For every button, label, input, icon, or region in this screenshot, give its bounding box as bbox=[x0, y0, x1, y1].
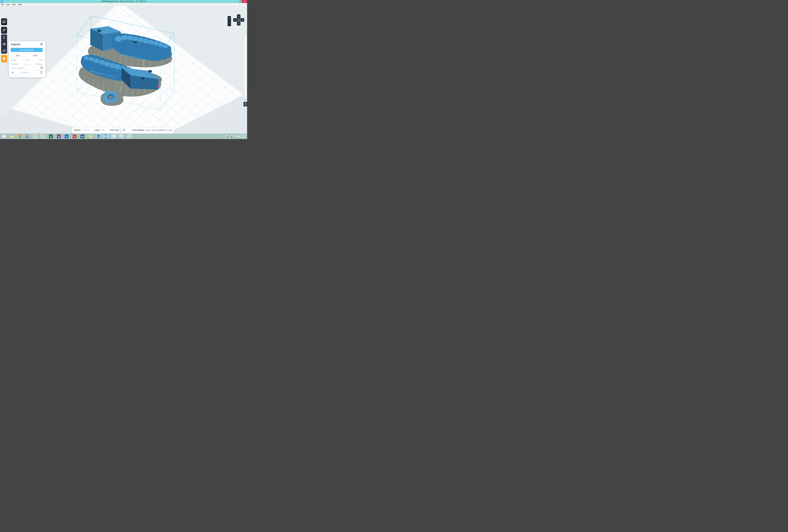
view-orbit-button[interactable] bbox=[237, 18, 240, 22]
tool-supports-button[interactable] bbox=[1, 41, 7, 47]
tool-one-click-print-button[interactable] bbox=[1, 27, 7, 34]
network-icon bbox=[234, 135, 237, 138]
menu-file[interactable]: File bbox=[0, 3, 5, 6]
edit-supports-button[interactable]: Edit... bbox=[11, 54, 26, 57]
fixture-hole bbox=[141, 77, 144, 80]
menu-edit[interactable]: Edit bbox=[5, 3, 11, 6]
view-down-button[interactable] bbox=[237, 22, 240, 25]
chrome-icon[interactable] bbox=[17, 134, 22, 139]
speaker-icon bbox=[237, 135, 240, 138]
point-size-slider[interactable] bbox=[22, 64, 33, 64]
minimize-button[interactable]: – bbox=[234, 0, 238, 3]
internet-explorer-icon[interactable]: e bbox=[40, 134, 45, 139]
divider bbox=[228, 21, 231, 21]
panel-expand-chevron-icon[interactable]: ❯ bbox=[244, 99, 246, 101]
rotate-icon bbox=[2, 36, 6, 39]
density-slider-handle[interactable] bbox=[27, 59, 28, 62]
tray-expand-button[interactable] bbox=[221, 134, 223, 139]
chevron-right-icon bbox=[242, 19, 243, 21]
info-icon: i bbox=[40, 43, 42, 45]
advanced-expander[interactable]: Advanced bbox=[11, 70, 38, 75]
refresh-icon bbox=[123, 129, 125, 131]
clock-date: 9/21/2016 bbox=[240, 136, 247, 138]
outlook-icon[interactable]: O bbox=[64, 134, 70, 139]
menu-view[interactable]: View bbox=[11, 3, 17, 6]
scissors-icon bbox=[25, 134, 29, 138]
file-explorer-icon[interactable] bbox=[9, 134, 14, 139]
info-button[interactable]: i bbox=[40, 42, 43, 46]
generate-selected-button[interactable]: Generate Selected bbox=[11, 48, 43, 52]
size-icon bbox=[2, 20, 6, 23]
zoom-in-button[interactable]: + bbox=[228, 17, 231, 20]
collapsed-model-list-panel[interactable] bbox=[244, 35, 247, 98]
windows-taskbar: e X N O P W bbox=[0, 134, 247, 139]
flag-icon bbox=[225, 135, 228, 138]
windows-logo-icon bbox=[2, 135, 5, 138]
tooth-app-1-icon[interactable] bbox=[111, 134, 116, 139]
clock-time: 11:28 AM bbox=[240, 134, 247, 136]
dropbox-tray-icon[interactable] bbox=[230, 134, 232, 139]
tool-orientation-button[interactable] bbox=[1, 34, 7, 41]
powerpoint-logo-icon: P bbox=[73, 135, 76, 138]
density-slider[interactable] bbox=[22, 60, 33, 60]
network-tray-icon[interactable] bbox=[234, 134, 237, 139]
app-grid-icon[interactable] bbox=[33, 134, 38, 139]
sticky-notes-logo-icon bbox=[88, 135, 92, 138]
internal-supports-checkbox[interactable]: ✓ bbox=[41, 67, 43, 69]
ie-logo-icon: e bbox=[41, 134, 45, 138]
chevron-up-icon bbox=[221, 135, 223, 137]
close-button[interactable]: ✕ bbox=[242, 0, 247, 3]
start-button[interactable] bbox=[1, 134, 6, 139]
print-button[interactable] bbox=[1, 55, 7, 62]
advanced-label: Advanced bbox=[11, 72, 38, 73]
display-app-icon[interactable] bbox=[96, 134, 101, 139]
density-label: Density bbox=[11, 59, 17, 61]
print-settings-selector[interactable]: Form 2, Grey FLGPGR02, 0.1 mm bbox=[145, 128, 172, 132]
taskbar-clock[interactable]: 11:28 AM 9/21/2016 bbox=[240, 134, 247, 138]
refresh-print-time-button[interactable] bbox=[122, 128, 126, 132]
tooth-app-3-icon[interactable] bbox=[127, 134, 132, 139]
reset-advanced-button[interactable] bbox=[39, 70, 43, 75]
print-time-label: Print Time bbox=[110, 129, 119, 131]
sticky-notes-icon[interactable] bbox=[87, 134, 93, 139]
layers-label: Layers bbox=[94, 129, 100, 131]
point-size-value: 0.60 mm bbox=[36, 63, 43, 65]
zoom-out-button[interactable]: − bbox=[228, 22, 231, 24]
chevron-left-icon bbox=[234, 19, 236, 21]
view-up-button[interactable] bbox=[237, 14, 240, 18]
implant-icon bbox=[127, 134, 132, 138]
excel-logo-icon: X bbox=[49, 135, 53, 138]
powerpoint-icon[interactable]: P bbox=[72, 134, 77, 139]
chevron-down-icon bbox=[238, 23, 240, 25]
supports-panel: Supports i Generate Selected Edit... Cle… bbox=[9, 41, 45, 77]
title-bar[interactable]: 159915Faenger30_A1...tag.stl, and 2 more… bbox=[0, 0, 247, 3]
dropbox-icon bbox=[230, 135, 232, 138]
view-left-button[interactable] bbox=[233, 18, 237, 22]
zoom-control: + − bbox=[228, 16, 231, 26]
model-list-button[interactable] bbox=[243, 102, 247, 106]
restore-icon bbox=[239, 1, 241, 2]
action-center-button[interactable] bbox=[225, 134, 228, 139]
onenote-icon[interactable]: N bbox=[56, 134, 61, 139]
model-small-part[interactable] bbox=[101, 91, 123, 106]
tooth-app-2-icon[interactable] bbox=[119, 134, 124, 139]
tool-size-button[interactable] bbox=[1, 18, 7, 25]
reset-icon bbox=[40, 71, 42, 74]
tool-layout-button[interactable] bbox=[1, 47, 7, 54]
view-right-button[interactable] bbox=[241, 18, 244, 22]
preform-taskbar-icon[interactable] bbox=[103, 134, 109, 139]
print-time-control: -- bbox=[119, 128, 126, 132]
point-size-slider-handle[interactable] bbox=[25, 63, 27, 66]
restore-button[interactable] bbox=[238, 0, 242, 3]
density-value: 1.00 bbox=[39, 59, 43, 61]
volume-tray-icon[interactable] bbox=[237, 134, 240, 139]
menu-help[interactable]: Help bbox=[17, 3, 23, 6]
clear-supports-button[interactable]: Clear bbox=[28, 54, 43, 57]
snipping-tool-icon[interactable] bbox=[25, 134, 30, 139]
excel-icon[interactable]: X bbox=[48, 134, 54, 139]
viewport-3d[interactable]: 159915Faenger30_A1_FCZ() bbox=[0, 6, 247, 134]
print-time-value: -- bbox=[119, 128, 122, 132]
internal-supports-label: Internal Supports bbox=[11, 67, 24, 69]
chrome-logo-icon bbox=[18, 135, 21, 138]
word-icon[interactable]: W bbox=[80, 134, 85, 139]
